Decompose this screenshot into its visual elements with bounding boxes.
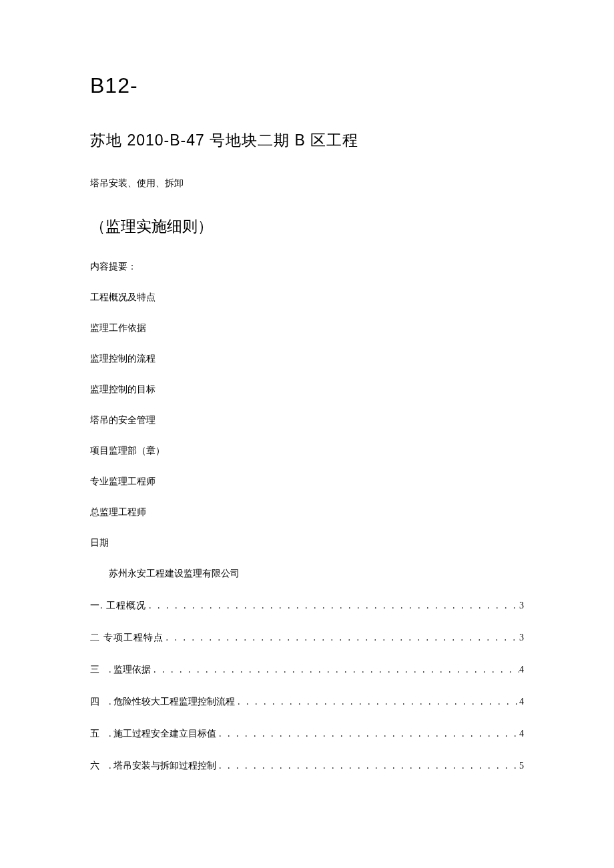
toc-label: 三 . 监理依据: [90, 664, 151, 676]
toc-page: 3: [519, 600, 524, 611]
toc-entry: 六 . 塔吊安装与拆卸过程控制 . . . . . . . . . . . . …: [90, 760, 524, 772]
content-item: 项目监理部（章）: [90, 445, 524, 457]
content-item: 塔吊的安全管理: [90, 414, 524, 426]
company-name: 苏州永安工程建设监理有限公司: [109, 568, 524, 580]
toc-label: 五 . 施工过程安全建立目标值: [90, 728, 216, 740]
subtitle-large: （监理实施细则）: [90, 216, 524, 237]
content-item: 监理控制的流程: [90, 353, 524, 365]
toc-dots: . . . . . . . . . . . . . . . . . . . . …: [235, 697, 519, 707]
toc-label: 二 专项工程特点: [90, 632, 164, 644]
toc-dots: . . . . . . . . . . . . . . . . . . . . …: [216, 761, 519, 771]
toc-label: 四 . 危险性较大工程监理控制流程: [90, 696, 235, 708]
toc-label: 六 . 塔吊安装与拆卸过程控制: [90, 760, 216, 772]
toc-entry: 一. 工程概况 . . . . . . . . . . . . . . . . …: [90, 600, 524, 612]
toc-page: 4: [519, 697, 524, 707]
toc-page: 3: [519, 632, 524, 643]
toc-page: 4: [519, 729, 524, 739]
toc-entry: 五 . 施工过程安全建立目标值 . . . . . . . . . . . . …: [90, 728, 524, 740]
content-item: 工程概况及特点: [90, 292, 524, 304]
toc-dots: . . . . . . . . . . . . . . . . . . . . …: [146, 600, 519, 611]
toc-label: 一. 工程概况: [90, 600, 146, 612]
content-item: 日期: [90, 537, 524, 549]
toc-page: 4: [519, 665, 524, 675]
toc-entry: 三 . 监理依据 . . . . . . . . . . . . . . . .…: [90, 664, 524, 676]
content-item: 监理控制的目标: [90, 384, 524, 396]
toc-page: 5: [519, 761, 524, 771]
toc-entry: 四 . 危险性较大工程监理控制流程 . . . . . . . . . . . …: [90, 696, 524, 708]
toc-dots: . . . . . . . . . . . . . . . . . . . . …: [216, 729, 519, 739]
toc-dots: . . . . . . . . . . . . . . . . . . . . …: [151, 665, 519, 675]
content-item: 监理工作依据: [90, 322, 524, 334]
content-summary-label: 内容提要：: [90, 261, 524, 273]
subtitle-small: 塔吊安装、使用、拆卸: [90, 177, 524, 189]
toc-entry: 二 专项工程特点 . . . . . . . . . . . . . . . .…: [90, 632, 524, 644]
toc-dots: . . . . . . . . . . . . . . . . . . . . …: [164, 632, 520, 643]
document-number: B12-: [90, 73, 524, 98]
project-title: 苏地 2010-B-47 号地块二期 B 区工程: [90, 130, 524, 151]
content-item: 总监理工程师: [90, 506, 524, 518]
content-item: 专业监理工程师: [90, 476, 524, 488]
